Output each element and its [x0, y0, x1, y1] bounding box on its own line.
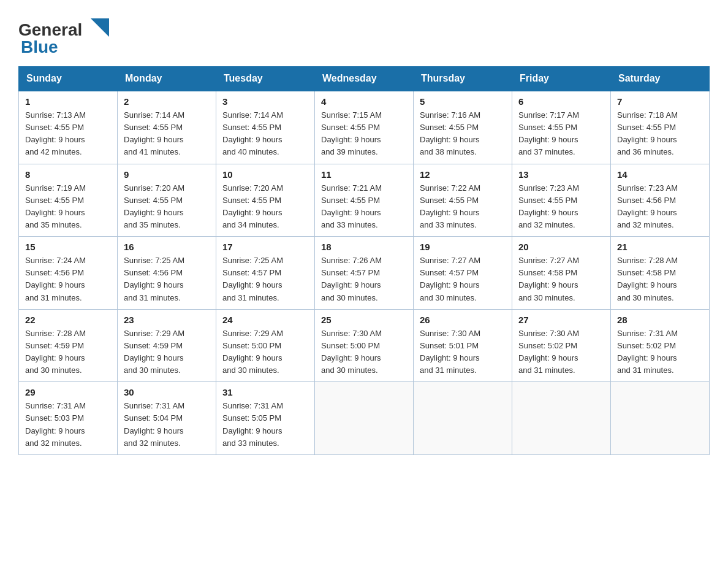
logo: General Blue [18, 12, 116, 56]
day-number: 31 [222, 387, 308, 397]
week-row-4: 22Sunrise: 7:28 AMSunset: 4:59 PMDayligh… [19, 309, 710, 382]
day-number: 22 [25, 315, 111, 325]
day-info: Sunrise: 7:21 AMSunset: 4:55 PMDaylight:… [321, 182, 407, 232]
day-cell: 14Sunrise: 7:23 AMSunset: 4:56 PMDayligh… [611, 164, 710, 237]
weekday-row: SundayMondayTuesdayWednesdayThursdayFrid… [19, 67, 710, 91]
weekday-header-wednesday: Wednesday [315, 67, 414, 91]
day-info: Sunrise: 7:18 AMSunset: 4:55 PMDaylight:… [617, 109, 703, 159]
day-info: Sunrise: 7:20 AMSunset: 4:55 PMDaylight:… [222, 182, 308, 232]
day-cell: 31Sunrise: 7:31 AMSunset: 5:05 PMDayligh… [216, 382, 315, 455]
day-cell [414, 382, 512, 455]
weekday-header-saturday: Saturday [611, 67, 710, 91]
day-number: 26 [420, 315, 506, 325]
svg-text:General: General [18, 20, 82, 39]
day-info: Sunrise: 7:14 AMSunset: 4:55 PMDaylight:… [124, 109, 210, 159]
day-info: Sunrise: 7:25 AMSunset: 4:57 PMDaylight:… [222, 255, 308, 304]
weekday-header-tuesday: Tuesday [216, 67, 315, 91]
day-info: Sunrise: 7:28 AMSunset: 4:58 PMDaylight:… [617, 255, 703, 304]
day-cell: 13Sunrise: 7:23 AMSunset: 4:55 PMDayligh… [512, 164, 611, 237]
day-number: 5 [420, 96, 506, 107]
day-info: Sunrise: 7:27 AMSunset: 4:58 PMDaylight:… [518, 255, 604, 304]
day-number: 20 [518, 242, 604, 252]
day-number: 2 [124, 96, 210, 107]
day-number: 1 [25, 96, 111, 107]
day-cell: 18Sunrise: 7:26 AMSunset: 4:57 PMDayligh… [315, 237, 414, 310]
day-cell: 16Sunrise: 7:25 AMSunset: 4:56 PMDayligh… [118, 237, 216, 310]
day-cell: 4Sunrise: 7:15 AMSunset: 4:55 PMDaylight… [315, 91, 414, 164]
svg-text:Blue: Blue [21, 37, 58, 56]
day-info: Sunrise: 7:25 AMSunset: 4:56 PMDaylight:… [124, 255, 210, 304]
day-number: 7 [617, 96, 703, 107]
day-cell: 20Sunrise: 7:27 AMSunset: 4:58 PMDayligh… [512, 237, 611, 310]
day-info: Sunrise: 7:17 AMSunset: 4:55 PMDaylight:… [518, 109, 604, 159]
day-number: 29 [25, 387, 111, 397]
logo-svg: General Blue [18, 12, 116, 56]
day-info: Sunrise: 7:30 AMSunset: 5:01 PMDaylight:… [420, 327, 506, 377]
day-number: 30 [124, 387, 210, 397]
day-info: Sunrise: 7:31 AMSunset: 5:03 PMDaylight:… [25, 400, 111, 450]
week-row-2: 8Sunrise: 7:19 AMSunset: 4:55 PMDaylight… [19, 164, 710, 237]
day-number: 23 [124, 315, 210, 325]
day-cell: 30Sunrise: 7:31 AMSunset: 5:04 PMDayligh… [118, 382, 216, 455]
header: General Blue [18, 12, 710, 56]
day-cell: 9Sunrise: 7:20 AMSunset: 4:55 PMDaylight… [118, 164, 216, 237]
day-number: 16 [124, 242, 210, 252]
week-row-1: 1Sunrise: 7:13 AMSunset: 4:55 PMDaylight… [19, 91, 710, 164]
day-cell: 11Sunrise: 7:21 AMSunset: 4:55 PMDayligh… [315, 164, 414, 237]
svg-marker-1 [91, 18, 109, 37]
day-info: Sunrise: 7:31 AMSunset: 5:05 PMDaylight:… [222, 400, 308, 450]
day-cell: 5Sunrise: 7:16 AMSunset: 4:55 PMDaylight… [414, 91, 512, 164]
week-row-3: 15Sunrise: 7:24 AMSunset: 4:56 PMDayligh… [19, 237, 710, 310]
day-number: 11 [321, 169, 407, 180]
day-cell: 2Sunrise: 7:14 AMSunset: 4:55 PMDaylight… [118, 91, 216, 164]
weekday-header-thursday: Thursday [414, 67, 512, 91]
day-cell: 21Sunrise: 7:28 AMSunset: 4:58 PMDayligh… [611, 237, 710, 310]
day-cell: 27Sunrise: 7:30 AMSunset: 5:02 PMDayligh… [512, 309, 611, 382]
day-cell: 24Sunrise: 7:29 AMSunset: 5:00 PMDayligh… [216, 309, 315, 382]
day-info: Sunrise: 7:28 AMSunset: 4:59 PMDaylight:… [25, 327, 111, 377]
day-cell: 17Sunrise: 7:25 AMSunset: 4:57 PMDayligh… [216, 237, 315, 310]
day-info: Sunrise: 7:29 AMSunset: 4:59 PMDaylight:… [124, 327, 210, 377]
day-cell: 12Sunrise: 7:22 AMSunset: 4:55 PMDayligh… [414, 164, 512, 237]
day-number: 17 [222, 242, 308, 252]
day-info: Sunrise: 7:19 AMSunset: 4:55 PMDaylight:… [25, 182, 111, 232]
day-number: 28 [617, 315, 703, 325]
day-cell: 3Sunrise: 7:14 AMSunset: 4:55 PMDaylight… [216, 91, 315, 164]
day-cell: 7Sunrise: 7:18 AMSunset: 4:55 PMDaylight… [611, 91, 710, 164]
day-info: Sunrise: 7:14 AMSunset: 4:55 PMDaylight:… [222, 109, 308, 159]
day-cell: 23Sunrise: 7:29 AMSunset: 4:59 PMDayligh… [118, 309, 216, 382]
week-row-5: 29Sunrise: 7:31 AMSunset: 5:03 PMDayligh… [19, 382, 710, 455]
day-number: 12 [420, 169, 506, 180]
day-info: Sunrise: 7:16 AMSunset: 4:55 PMDaylight:… [420, 109, 506, 159]
day-number: 24 [222, 315, 308, 325]
calendar-body: 1Sunrise: 7:13 AMSunset: 4:55 PMDaylight… [19, 91, 710, 454]
day-info: Sunrise: 7:29 AMSunset: 5:00 PMDaylight:… [222, 327, 308, 377]
day-info: Sunrise: 7:23 AMSunset: 4:55 PMDaylight:… [518, 182, 604, 232]
day-cell: 8Sunrise: 7:19 AMSunset: 4:55 PMDaylight… [19, 164, 118, 237]
weekday-header-monday: Monday [118, 67, 216, 91]
day-number: 3 [222, 96, 308, 107]
day-info: Sunrise: 7:24 AMSunset: 4:56 PMDaylight:… [25, 255, 111, 304]
day-number: 4 [321, 96, 407, 107]
day-cell: 22Sunrise: 7:28 AMSunset: 4:59 PMDayligh… [19, 309, 118, 382]
day-cell: 1Sunrise: 7:13 AMSunset: 4:55 PMDaylight… [19, 91, 118, 164]
day-cell: 15Sunrise: 7:24 AMSunset: 4:56 PMDayligh… [19, 237, 118, 310]
calendar-header: SundayMondayTuesdayWednesdayThursdayFrid… [19, 67, 710, 91]
weekday-header-friday: Friday [512, 67, 611, 91]
day-cell [611, 382, 710, 455]
day-cell: 6Sunrise: 7:17 AMSunset: 4:55 PMDaylight… [512, 91, 611, 164]
day-cell: 26Sunrise: 7:30 AMSunset: 5:01 PMDayligh… [414, 309, 512, 382]
day-info: Sunrise: 7:13 AMSunset: 4:55 PMDaylight:… [25, 109, 111, 159]
day-number: 6 [518, 96, 604, 107]
day-info: Sunrise: 7:23 AMSunset: 4:56 PMDaylight:… [617, 182, 703, 232]
day-number: 21 [617, 242, 703, 252]
day-cell: 19Sunrise: 7:27 AMSunset: 4:57 PMDayligh… [414, 237, 512, 310]
day-cell: 10Sunrise: 7:20 AMSunset: 4:55 PMDayligh… [216, 164, 315, 237]
day-cell: 28Sunrise: 7:31 AMSunset: 5:02 PMDayligh… [611, 309, 710, 382]
day-cell: 25Sunrise: 7:30 AMSunset: 5:00 PMDayligh… [315, 309, 414, 382]
day-info: Sunrise: 7:20 AMSunset: 4:55 PMDaylight:… [124, 182, 210, 232]
day-info: Sunrise: 7:31 AMSunset: 5:04 PMDaylight:… [124, 400, 210, 450]
day-number: 18 [321, 242, 407, 252]
day-info: Sunrise: 7:22 AMSunset: 4:55 PMDaylight:… [420, 182, 506, 232]
day-number: 19 [420, 242, 506, 252]
